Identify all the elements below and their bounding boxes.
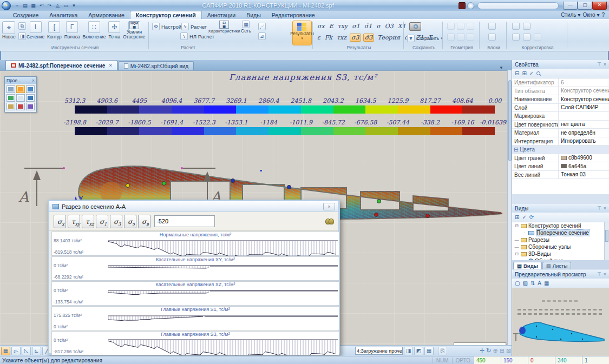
ribbon-tab-5[interactable]: Аннотации: [202, 11, 241, 19]
paste-section-icon[interactable]: ◨: [18, 32, 26, 40]
tree-scrollbar[interactable]: [604, 222, 609, 260]
stress-component-button-6[interactable]: σэ: [124, 215, 136, 228]
filter-table-icon[interactable]: ◨: [404, 347, 413, 355]
zoom-in-icon[interactable]: ⊕: [493, 347, 497, 354]
result-token-σ̄3[interactable]: σ̄3: [363, 34, 375, 42]
tool-2-button[interactable]: [Контур: [47, 21, 62, 39]
ribbon-tab-6[interactable]: Виды: [241, 11, 266, 19]
projection-icon-6[interactable]: [26, 94, 35, 102]
geometry-merge-icon[interactable]: [457, 34, 464, 41]
panel-tab-Листы[interactable]: ▥Листы: [542, 262, 571, 269]
mirror-tool-icon[interactable]: [523, 34, 531, 41]
refresh-view-icon[interactable]: ⟳: [529, 214, 534, 220]
binoculars-icon[interactable]: [325, 219, 334, 224]
property-value[interactable]: не определён: [559, 129, 609, 137]
forces-button[interactable]: NQM▦ Усилия: [127, 21, 142, 35]
result-token-σ[interactable]: σ: [375, 23, 382, 30]
projection-icon-4[interactable]: [6, 94, 15, 102]
property-value[interactable]: 6: [559, 78, 609, 87]
align-tool-icon[interactable]: [512, 34, 520, 41]
section-cut-dialog[interactable]: Разрез по сечению А-А × σxτxyτxzσ1σ3σэσв…: [48, 200, 340, 355]
views-pin-icon[interactable]: ⊤: [597, 206, 601, 211]
result-token-σ̄1[interactable]: σ̄1: [363, 23, 374, 30]
block-explode-icon[interactable]: [488, 34, 496, 41]
undo-icon[interactable]: ↶: [38, 2, 45, 9]
tab-list-dropdown-icon[interactable]: ▼: [499, 65, 503, 70]
result-token-Fk[interactable]: Fk: [324, 34, 333, 41]
result-token-σx[interactable]: σx: [316, 23, 326, 30]
preview-text-icon[interactable]: A: [538, 280, 541, 286]
move-tool-icon[interactable]: [512, 23, 520, 30]
geometry-split-icon[interactable]: [447, 34, 455, 41]
projection-icon-3[interactable]: [26, 85, 35, 93]
zoom-extents-icon[interactable]: ⊠: [506, 347, 511, 354]
result-token-О3[interactable]: О3: [384, 23, 395, 30]
stress-component-button-4[interactable]: σ1: [96, 215, 108, 228]
property-value[interactable]: Тонкая 03: [559, 171, 609, 179]
new-view-icon[interactable]: ⊞: [515, 214, 519, 220]
mesh-button[interactable]: ▦ Сеть: [241, 21, 251, 34]
ortho-indicator[interactable]: ОРТО: [452, 358, 474, 363]
notification-badge-icon[interactable]: [459, 2, 466, 9]
quick-search-box[interactable]: [477, 2, 559, 9]
calc-button[interactable]: ϟРасчет: [181, 23, 207, 30]
ribbon-tab-1[interactable]: Создание: [8, 11, 44, 19]
result-token-σ1[interactable]: σ1: [351, 23, 361, 30]
dialog-titlebar[interactable]: Разрез по сечению А-А ×: [49, 201, 338, 212]
property-value[interactable]: нет цвета: [559, 121, 609, 129]
stress-component-button-5[interactable]: σ3: [110, 215, 122, 228]
num-indicator[interactable]: NUM: [433, 358, 452, 363]
scale-tool-icon[interactable]: [534, 34, 541, 41]
preview-area[interactable]: [512, 288, 609, 362]
geometry-offset-icon[interactable]: [467, 34, 474, 41]
help-menu[interactable]: ?: [601, 12, 605, 18]
alphabetical-icon[interactable]: ⊞: [522, 70, 526, 76]
projection-icon-1[interactable]: [6, 85, 15, 93]
panel-pin-icon[interactable]: ⊤: [597, 62, 601, 67]
projection-icon-9[interactable]: [26, 103, 35, 110]
tool-3-button[interactable]: ΓПолоса: [64, 21, 81, 39]
save-icon[interactable]: ▦: [30, 2, 37, 9]
tree-item-Разрезы[interactable]: —Разрезы: [512, 236, 609, 243]
tree-item-Конструктор сечений[interactable]: ⊟Конструктор сечений: [512, 222, 609, 229]
result-token-Е[interactable]: Е: [328, 23, 335, 30]
snapshot-camera-icon[interactable]: [409, 22, 421, 31]
tool-4-button[interactable]: ∷Включение: [82, 21, 106, 39]
panel-tab-Виды[interactable]: ▤Виды: [513, 262, 542, 269]
select-angle-icon[interactable]: ⊾: [32, 347, 41, 355]
table-edit-icon[interactable]: ▦: [424, 347, 434, 355]
redo-icon[interactable]: ↷: [46, 2, 53, 9]
canvas-vertical-scrollbar[interactable]: [507, 70, 512, 345]
qat-overflow-icon[interactable]: ▾: [70, 2, 77, 9]
new-document-icon[interactable]: ▫: [14, 2, 21, 9]
ribbon-tab-7[interactable]: Редактирование: [266, 11, 320, 19]
zoom-window-icon[interactable]: ⊞: [500, 347, 505, 354]
block-create-icon[interactable]: [488, 23, 496, 30]
projection-icon-2[interactable]: [16, 85, 25, 93]
minimize-button[interactable]: —: [563, 2, 578, 10]
result-token-ε[interactable]: ε: [316, 34, 322, 41]
nl-calc-button[interactable]: ϟНЛ Расчет: [180, 32, 214, 40]
ribbon-tab-3[interactable]: Армирование: [83, 11, 129, 19]
preview-image-icon[interactable]: ▦: [544, 280, 549, 286]
tool-5-button[interactable]: ✣Точка: [108, 21, 121, 39]
select-region-icon[interactable]: ◺: [22, 347, 31, 355]
characteristics-button[interactable]: EI▦ Характеристики: [208, 21, 240, 34]
views-close-icon[interactable]: ×: [604, 206, 606, 211]
new-section-button[interactable]: ⌖ Новое: [2, 21, 16, 39]
property-group-header[interactable]: ⊟ Цвета: [512, 145, 609, 154]
property-value[interactable]: Конструктор сечения: [559, 95, 609, 103]
preview-shade-icon[interactable]: ▧: [522, 280, 527, 286]
pan-icon[interactable]: ✛: [480, 347, 484, 354]
projection-icon-8[interactable]: [16, 103, 25, 110]
tree-item-3D-Виды[interactable]: ⊟3D-Виды: [512, 250, 609, 257]
result-token-τxz[interactable]: τxz: [336, 34, 348, 41]
geometry-intersect-icon[interactable]: [467, 23, 474, 30]
tree-item-Сборочные узлы[interactable]: —Сборочные узлы: [512, 243, 609, 250]
result-token-τxy[interactable]: τxy: [337, 23, 349, 30]
app-logo-icon[interactable]: ✦: [2, 1, 11, 10]
print-icon[interactable]: ▭: [62, 2, 69, 9]
panel-close-icon[interactable]: ×: [604, 62, 606, 67]
copy-section-icon[interactable]: ⧉: [18, 22, 26, 30]
property-value[interactable]: [559, 112, 609, 120]
